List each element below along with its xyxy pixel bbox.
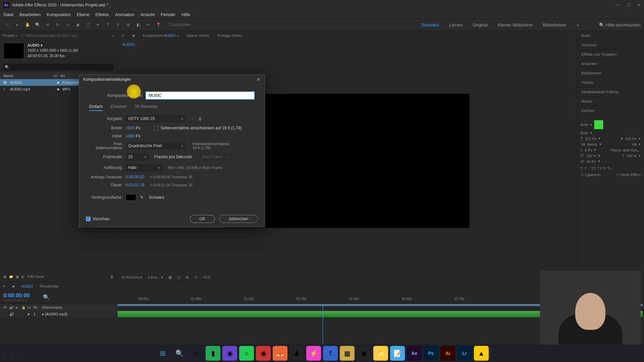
ok-button[interactable]: OK [190, 215, 215, 223]
fps-dropdown[interactable]: 25 [125, 153, 149, 161]
whatsapp-app[interactable]: ○ [239, 346, 254, 361]
width-label: Breite: [89, 126, 123, 130]
par-label: Pixel-Seitenverhältnis: [89, 142, 123, 150]
search-button[interactable]: 🔍 [172, 346, 187, 361]
cancel-button[interactable]: Abbrechen [219, 215, 258, 223]
illustrator-app[interactable]: Ai [440, 346, 455, 361]
far-value: 16:9 (1,78) [193, 146, 230, 150]
task-view-button[interactable]: ▭ [189, 346, 204, 361]
facebook-app[interactable]: f [323, 346, 338, 361]
taskbar-app[interactable]: ◉ [256, 346, 271, 361]
start-tc-label: Anfangs-Timecode: [89, 175, 123, 179]
preview-checkbox[interactable]: Vorschau [86, 217, 109, 221]
explorer-app[interactable]: 📁 [373, 346, 388, 361]
duration-info: = 0:03:01:16 Timebase 25 [150, 183, 193, 187]
par-dropdown[interactable]: Quadratische Pixel [125, 142, 186, 149]
duration-label: Dauer: [89, 183, 123, 187]
dialog-close-icon[interactable]: ✕ [257, 77, 261, 82]
taskbar-app[interactable]: ▦ [340, 346, 355, 361]
taskbar-app[interactable]: ▲ [474, 346, 489, 361]
composition-settings-dialog: Kompositionseinstellungen ✕ Kompositions… [79, 74, 265, 227]
bg-color-name: Schwarz [149, 195, 164, 200]
start-button[interactable]: ⊞ [155, 346, 170, 361]
tab-erweitert[interactable]: Erweitert [111, 104, 126, 111]
far-label: Frameseitenverhältnis: [193, 142, 230, 146]
width-input[interactable]: 1920 [125, 126, 135, 130]
lock-aspect-label: Seitenverhältnis einschränken auf 16:9 (… [161, 126, 241, 130]
photoshop-app[interactable]: Ps [424, 346, 438, 361]
windows-taskbar: ⊞ 🔍 ▭ ▮ ◉ ○ ◉ 🦊 ♟ ⚡ f ▦ ◉ 📁 📝 Ae Ps Ai L… [0, 345, 644, 362]
drop-frame-dropdown: Drop-Frame [199, 153, 232, 161]
resolution-info: 960 x 540, 2,0 MB je 8bpc Frame [168, 166, 222, 170]
obs-app[interactable]: ◉ [357, 346, 371, 361]
eyedropper-icon[interactable]: ✎ [140, 195, 144, 200]
taskbar-app[interactable]: ♟ [289, 346, 304, 361]
comp-name-input[interactable] [146, 92, 255, 100]
fps-text: Frames pro Sekunde [154, 155, 192, 159]
bg-color-label: Hintergrundfarbe: [89, 195, 123, 200]
after-effects-app[interactable]: Ae [407, 346, 422, 361]
lightroom-app[interactable]: Lr [457, 346, 472, 361]
webcam-overlay [540, 271, 641, 345]
messenger-app[interactable]: ⚡ [306, 346, 321, 361]
taskbar-app[interactable]: ◉ [222, 346, 237, 361]
bg-color-swatch[interactable] [125, 194, 136, 201]
preset-label: Vorgabe: [89, 116, 123, 121]
preset-save-icon[interactable]: ▭ [191, 116, 195, 121]
start-tc-input[interactable]: 0:00:00:00 [125, 175, 145, 179]
height-input[interactable]: 1080 [125, 134, 135, 138]
duration-input[interactable]: 0:03:01:16 [125, 183, 145, 187]
start-tc-info: = 0:00:00:00 Timebase 25 [150, 175, 193, 179]
comp-name-label: Kompositionsname: [89, 93, 143, 98]
tab-einfach[interactable]: Einfach [89, 104, 103, 111]
height-label: Höhe: [89, 134, 123, 138]
resolution-dropdown[interactable]: Halb [125, 164, 162, 171]
tab-3d-renderer[interactable]: 3D-Renderer [135, 104, 158, 111]
preset-delete-icon[interactable]: 🗑 [198, 116, 202, 121]
preset-dropdown[interactable]: HDTV 1080 25 [125, 115, 186, 122]
lock-aspect-checkbox[interactable] [154, 126, 159, 130]
resolution-label: Auflösung: [89, 165, 123, 170]
fps-label: Framerate: [89, 155, 123, 159]
taskbar-app[interactable]: ▮ [206, 346, 220, 361]
dialog-title: Kompositionseinstellungen [83, 77, 131, 82]
firefox-app[interactable]: 🦊 [273, 346, 287, 361]
notepad-app[interactable]: 📝 [390, 346, 405, 361]
